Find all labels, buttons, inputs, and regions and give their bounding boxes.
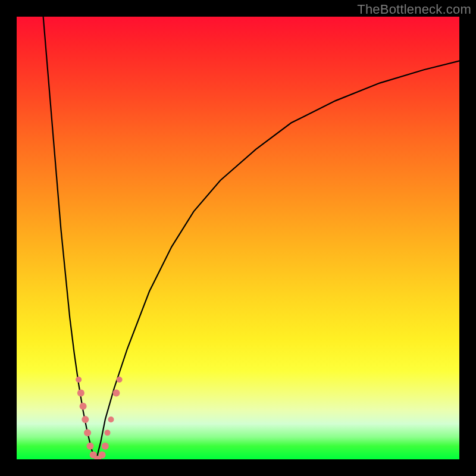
marker-dot xyxy=(102,443,109,450)
curve-left-branch xyxy=(43,17,96,459)
marker-dot xyxy=(112,389,120,396)
marker-dot xyxy=(108,416,114,422)
marker-dot xyxy=(80,403,87,410)
marker-dot xyxy=(77,389,84,396)
bottleneck-curve xyxy=(43,17,459,459)
marker-dot xyxy=(117,377,123,383)
chart-frame: TheBottleneck.com xyxy=(0,0,476,476)
marker-dot xyxy=(99,452,106,459)
curve-layer xyxy=(17,17,459,459)
marker-dot xyxy=(76,377,82,383)
watermark-text: TheBottleneck.com xyxy=(357,2,471,17)
marker-dot xyxy=(87,443,94,450)
marker-dot xyxy=(105,430,111,436)
marker-dot xyxy=(82,416,89,423)
marker-dot xyxy=(84,429,91,436)
plot-area xyxy=(17,17,459,459)
curve-right-branch xyxy=(96,61,459,459)
